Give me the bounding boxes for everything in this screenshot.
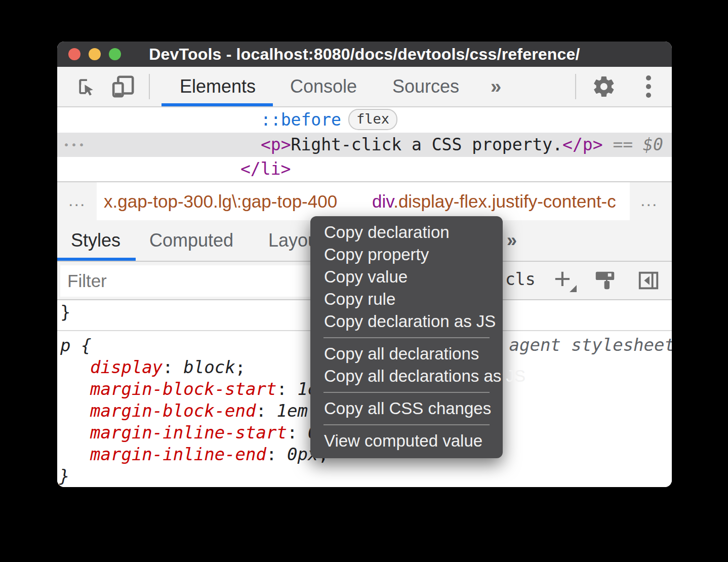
tree-row-selected[interactable]: ••• <p>Right-click a CSS property.</p> =…	[57, 133, 672, 157]
minimize-window-button[interactable]	[89, 48, 101, 60]
device-toolbar-icon	[110, 74, 136, 99]
sidebar-toggle-icon	[637, 269, 660, 292]
previous-rule-close-brace: }	[60, 301, 70, 323]
property-name[interactable]: margin-block-start	[90, 379, 276, 399]
property-name[interactable]: margin-inline-start	[90, 422, 287, 443]
tab-console[interactable]: Console	[290, 67, 357, 106]
colon: :	[266, 444, 287, 464]
css-declaration[interactable]: margin-block-end: 1em;	[90, 400, 318, 422]
tree-row-before[interactable]: ::beforeflex	[57, 107, 672, 133]
tree-row-closing-li[interactable]: </li>	[57, 157, 672, 181]
context-menu-item-copy-all-declarations[interactable]: Copy all declarations	[310, 343, 503, 365]
property-name[interactable]: display	[90, 357, 163, 377]
breadcrumb-overflow-left[interactable]: ...	[68, 182, 86, 220]
active-tab-indicator	[161, 103, 273, 106]
rule-close-brace: }	[59, 465, 69, 487]
window-title: DevTools - localhost:8080/docs/devtools/…	[149, 45, 580, 64]
colon: :	[256, 400, 277, 421]
tab-styles[interactable]: Styles	[71, 220, 120, 261]
tab-sources[interactable]: Sources	[392, 67, 459, 106]
colon: :	[287, 422, 308, 443]
property-value[interactable]: 1em	[276, 400, 307, 421]
title-bar: DevTools - localhost:8080/docs/devtools/…	[57, 42, 672, 67]
context-menu-separator	[323, 337, 490, 338]
elements-tree: ::beforeflex ••• <p>Right-click a CSS pr…	[57, 107, 672, 181]
toolbar-divider	[149, 74, 150, 99]
colon: :	[276, 379, 297, 399]
equals-sign: ==	[613, 135, 633, 154]
inspect-icon	[75, 75, 98, 98]
zoom-window-button[interactable]	[109, 48, 121, 60]
property-name[interactable]: margin-block-end	[90, 400, 256, 421]
more-panels-button[interactable]: »	[491, 67, 501, 106]
paintbrush-icon	[593, 269, 617, 292]
tab-computed[interactable]: Computed	[149, 220, 233, 261]
css-declaration[interactable]: margin-inline-end: 0px;	[90, 444, 329, 465]
context-menu-item-copy-property[interactable]: Copy property	[310, 244, 503, 266]
context-menu-item-copy-all-css-changes[interactable]: Copy all CSS changes	[310, 397, 503, 420]
hidden-children-ellipsis[interactable]: •••	[63, 133, 86, 157]
context-menu-item-copy-all-declarations-as-js[interactable]: Copy all declarations as JS	[310, 365, 503, 387]
toggle-rendering-emulation-button[interactable]	[590, 262, 620, 299]
breadcrumb-item-parent[interactable]: x.gap-top-300.lg\:gap-top-400	[104, 182, 337, 220]
customize-devtools-button[interactable]	[638, 67, 659, 106]
close-window-button[interactable]	[68, 48, 80, 60]
colon: :	[163, 357, 183, 377]
settings-button[interactable]	[588, 67, 620, 106]
devtools-window: DevTools - localhost:8080/docs/devtools/…	[57, 42, 672, 487]
property-value[interactable]: block	[183, 357, 235, 377]
context-menu-item-copy-declaration-as-js[interactable]: Copy declaration as JS	[310, 310, 503, 333]
rule-selector[interactable]: p {	[60, 335, 91, 356]
traffic-lights	[68, 48, 121, 60]
breadcrumb-tag: div	[372, 191, 393, 211]
flex-badge[interactable]: flex	[348, 109, 397, 130]
pseudo-element-label[interactable]: ::before	[261, 110, 341, 130]
tab-elements[interactable]: Elements	[180, 67, 256, 106]
breadcrumb-classes: .display-flex.justify-content-c	[393, 191, 616, 211]
main-toolbar: Elements Console Sources »	[57, 67, 672, 107]
close-tag: </p>	[562, 135, 602, 154]
breadcrumb: x.gap-top-300.lg\:gap-top-400 div.displa…	[97, 182, 630, 220]
element-text: Right-click a CSS property.	[291, 135, 562, 154]
breadcrumb-bar: ... x.gap-top-300.lg\:gap-top-400 div.di…	[57, 181, 672, 220]
breadcrumb-item-selected[interactable]: div.display-flex.justify-content-c	[372, 182, 616, 220]
more-sidebar-tabs-button[interactable]: »	[507, 220, 517, 261]
context-menu-separator	[323, 424, 490, 425]
toggle-element-classes-button[interactable]: cls	[505, 262, 536, 299]
toolbar-divider-right	[575, 74, 576, 99]
css-declaration[interactable]: margin-block-start: 1em;	[90, 378, 339, 400]
closing-li-tag: </li>	[240, 159, 291, 179]
new-style-rule-button[interactable]: +	[547, 262, 578, 299]
semicolon: ;	[235, 357, 246, 377]
toggle-device-toolbar-button[interactable]	[108, 67, 138, 106]
active-sidebar-tab-indicator	[57, 258, 136, 261]
dollar-zero-label: $0	[643, 135, 663, 154]
toggle-sidebar-button[interactable]	[633, 262, 664, 299]
context-menu-item-copy-declaration[interactable]: Copy declaration	[310, 221, 503, 244]
context-menu-item-copy-rule[interactable]: Copy rule	[310, 288, 503, 310]
breadcrumb-overflow-right[interactable]: ...	[640, 182, 658, 220]
context-menu-separator	[323, 392, 490, 393]
open-tag: <p>	[261, 135, 291, 154]
css-declaration[interactable]: display: block;	[90, 356, 246, 378]
context-menu: Copy declarationCopy propertyCopy valueC…	[310, 216, 503, 458]
kebab-menu-icon	[646, 75, 651, 98]
inspect-element-button[interactable]	[72, 67, 101, 106]
plus-caret-icon	[570, 285, 577, 292]
property-name[interactable]: margin-inline-end	[90, 444, 266, 464]
gear-icon	[592, 74, 616, 99]
context-menu-item-copy-value[interactable]: Copy value	[310, 266, 503, 288]
context-menu-item-view-computed-value[interactable]: View computed value	[310, 430, 503, 452]
